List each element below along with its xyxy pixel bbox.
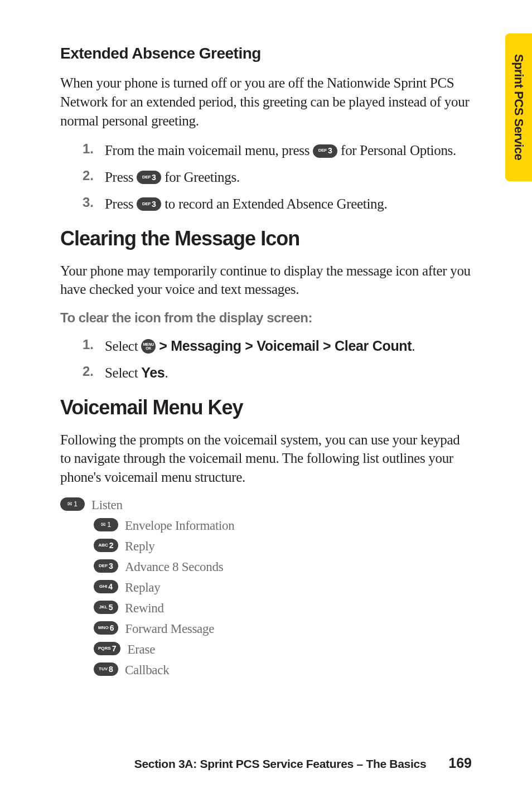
key-ghi-4: GHI4 (94, 580, 118, 593)
step-text: Select MENUOK > Messaging > Voicemail > … (105, 337, 472, 356)
menu-item: TUV8 Callback (60, 663, 472, 678)
menu-item: DEF3 Advance 8 Seconds (60, 560, 472, 574)
para-menukey-intro: Following the prompts on the voicemail s… (60, 431, 472, 487)
menu-item: ABC2 Reply (60, 539, 472, 554)
page-number: 169 (448, 755, 472, 771)
envelope-icon: ✉ (67, 501, 72, 507)
key-def-3: DEF3 (94, 559, 118, 573)
extended-step-1: 1. From the main voicemail menu, press D… (60, 141, 472, 160)
key-pqrs-7: PQRS7 (94, 642, 120, 655)
heading-menukey: Voicemail Menu Key (60, 396, 472, 419)
heading-clearing: Clearing the Message Icon (60, 227, 472, 250)
page-content: Extended Absence Greeting When your phon… (0, 0, 532, 678)
menu-item: ✉1 Envelope Information (60, 519, 472, 533)
step-number: 1. (83, 337, 105, 352)
menu-label: Callback (125, 663, 169, 678)
key-mno-6: MNO6 (94, 621, 118, 635)
menu-label: Erase (127, 642, 155, 657)
menu-list: ✉1 Listen ✉1 Envelope Information ABC2 R… (60, 498, 472, 678)
subhead-clearing: To clear the icon from the display scree… (60, 310, 472, 326)
menu-item: GHI4 Replay (60, 581, 472, 595)
menu-label: Replay (125, 581, 160, 595)
key-def-3: DEF3 (313, 144, 337, 158)
menu-label: Reply (125, 539, 154, 554)
menu-item: MNO6 Forward Message (60, 622, 472, 636)
menu-ok-icon: MENUOK (141, 339, 156, 354)
key-def-3: DEF3 (137, 171, 161, 184)
heading-extended: Extended Absence Greeting (60, 45, 472, 62)
step-number: 2. (83, 168, 105, 183)
menu-top-listen: ✉1 Listen (60, 498, 472, 512)
extended-step-2: 2. Press DEF3 for Greetings. (60, 168, 472, 187)
step-text: From the main voicemail menu, press DEF3… (105, 141, 472, 160)
envelope-icon: ✉ (101, 521, 105, 528)
menu-label: Advance 8 Seconds (125, 560, 223, 574)
side-tab: Sprint PCS Service (505, 33, 532, 181)
para-clearing-intro: Your phone may temporarily continue to d… (60, 262, 472, 299)
key-abc-2: ABC2 (94, 539, 118, 552)
step-number: 1. (83, 141, 105, 157)
menu-item: PQRS7 Erase (60, 642, 472, 657)
key-env-1: ✉1 (60, 497, 85, 511)
step-text: Select Yes. (105, 364, 472, 383)
clearing-step-2: 2. Select Yes. (60, 364, 472, 383)
step-number: 2. (83, 364, 105, 379)
menu-label: Rewind (125, 601, 164, 616)
key-env-1: ✉1 (94, 518, 118, 531)
menu-item: JKL5 Rewind (60, 601, 472, 616)
side-tab-label: Sprint PCS Service (511, 54, 526, 160)
page-footer: Section 3A: Sprint PCS Service Features … (0, 755, 532, 771)
key-def-3: DEF3 (137, 197, 161, 211)
footer-section-title: Section 3A: Sprint PCS Service Features … (134, 757, 427, 771)
step-number: 3. (83, 195, 105, 210)
menu-label: Listen (91, 498, 123, 512)
para-extended-intro: When your phone is turned off or you are… (60, 74, 472, 130)
menu-label: Envelope Information (125, 519, 234, 533)
step-text: Press DEF3 for Greetings. (105, 168, 472, 187)
menu-label: Forward Message (125, 622, 214, 636)
key-tuv-8: TUV8 (94, 662, 118, 676)
step-text: Press DEF3 to record an Extended Absence… (105, 195, 472, 214)
key-jkl-5: JKL5 (94, 601, 118, 614)
extended-step-3: 3. Press DEF3 to record an Extended Abse… (60, 195, 472, 214)
clearing-step-1: 1. Select MENUOK > Messaging > Voicemail… (60, 337, 472, 356)
